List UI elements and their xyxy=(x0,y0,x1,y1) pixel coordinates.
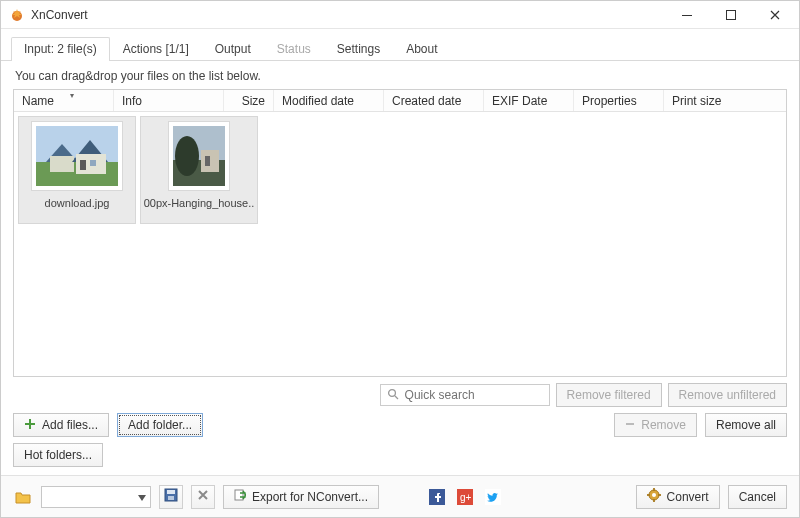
window-buttons xyxy=(665,2,797,28)
preset-select[interactable] xyxy=(41,486,151,508)
col-label: Properties xyxy=(582,94,637,108)
button-label: Cancel xyxy=(739,490,776,504)
svg-rect-23 xyxy=(168,496,174,500)
button-label: Remove xyxy=(641,418,686,432)
thumbnail-caption: download.jpg xyxy=(45,197,110,209)
svg-rect-2 xyxy=(727,10,736,19)
titlebar: XnConvert xyxy=(1,1,799,29)
svg-rect-22 xyxy=(167,490,175,494)
window-title: XnConvert xyxy=(31,8,665,22)
quick-search[interactable] xyxy=(380,384,550,406)
button-label: Export for NConvert... xyxy=(252,490,368,504)
tabs: Input: 2 file(s) Actions [1/1] Output St… xyxy=(1,35,799,61)
col-label: Name xyxy=(22,94,54,108)
button-label: Remove filtered xyxy=(567,388,651,402)
thumbnail-image xyxy=(31,121,123,191)
add-folder-button[interactable]: Add folder... xyxy=(117,413,203,437)
app-icon xyxy=(9,7,25,23)
file-list: Name ▾ Info Size Modified date Created d… xyxy=(13,89,787,377)
thumbnail-area[interactable]: download.jpg 00px-Hanging_house.. xyxy=(14,112,786,376)
col-label: Created date xyxy=(392,94,461,108)
delete-icon xyxy=(197,489,209,504)
svg-rect-24 xyxy=(235,490,243,500)
open-preset-icon[interactable] xyxy=(13,487,33,507)
svg-rect-6 xyxy=(50,156,74,172)
col-label: Print size xyxy=(672,94,721,108)
drag-hint: You can drag&drop your files on the list… xyxy=(1,61,799,89)
minus-icon xyxy=(625,418,635,432)
minimize-button[interactable] xyxy=(665,2,709,28)
svg-rect-1 xyxy=(682,15,692,16)
button-label: Add files... xyxy=(42,418,98,432)
search-row: Remove filtered Remove unfiltered xyxy=(1,377,799,411)
button-label: Convert xyxy=(667,490,709,504)
col-created[interactable]: Created date xyxy=(384,90,484,111)
col-modified[interactable]: Modified date xyxy=(274,90,384,111)
button-label: Add folder... xyxy=(128,418,192,432)
dropdown-icon xyxy=(138,490,146,504)
maximize-button[interactable] xyxy=(709,2,753,28)
svg-rect-19 xyxy=(25,423,35,425)
save-preset-button[interactable] xyxy=(159,485,183,509)
twitter-icon[interactable] xyxy=(483,487,503,507)
tab-label: Settings xyxy=(337,42,380,56)
plus-icon xyxy=(24,418,36,433)
remove-filtered-button[interactable]: Remove filtered xyxy=(556,383,662,407)
tab-status[interactable]: Status xyxy=(264,37,324,61)
convert-button[interactable]: Convert xyxy=(636,485,720,509)
col-size[interactable]: Size xyxy=(224,90,274,111)
col-info[interactable]: Info xyxy=(114,90,224,111)
svg-text:g+: g+ xyxy=(460,492,472,503)
bottom-bar: Export for NConvert... g+ Convert Cancel xyxy=(1,475,799,517)
export-nconvert-button[interactable]: Export for NConvert... xyxy=(223,485,379,509)
close-button[interactable] xyxy=(753,2,797,28)
tab-about[interactable]: About xyxy=(393,37,450,61)
list-item[interactable]: 00px-Hanging_house.. xyxy=(140,116,258,224)
button-label: Remove all xyxy=(716,418,776,432)
col-exif[interactable]: EXIF Date xyxy=(484,90,574,111)
tab-output[interactable]: Output xyxy=(202,37,264,61)
col-properties[interactable]: Properties xyxy=(574,90,664,111)
list-item[interactable]: download.jpg xyxy=(18,116,136,224)
svg-rect-10 xyxy=(90,160,96,166)
social-links: g+ xyxy=(427,487,503,507)
delete-preset-button[interactable] xyxy=(191,485,215,509)
search-icon xyxy=(387,388,399,403)
remove-unfiltered-button[interactable]: Remove unfiltered xyxy=(668,383,787,407)
button-label: Remove unfiltered xyxy=(679,388,776,402)
col-name[interactable]: Name ▾ xyxy=(14,90,114,111)
svg-rect-20 xyxy=(626,423,634,425)
hot-folders-row: Hot folders... xyxy=(1,441,799,475)
add-files-button[interactable]: Add files... xyxy=(13,413,109,437)
tab-actions[interactable]: Actions [1/1] xyxy=(110,37,202,61)
google-plus-icon[interactable]: g+ xyxy=(455,487,475,507)
tab-label: Status xyxy=(277,42,311,56)
svg-point-16 xyxy=(388,389,395,396)
button-label: Hot folders... xyxy=(24,448,92,462)
cancel-button[interactable]: Cancel xyxy=(728,485,787,509)
tab-label: About xyxy=(406,42,437,56)
app-window: XnConvert Input: 2 file(s) Actions [1/1]… xyxy=(0,0,800,518)
hot-folders-button[interactable]: Hot folders... xyxy=(13,443,103,467)
list-header: Name ▾ Info Size Modified date Created d… xyxy=(14,90,786,112)
thumbnail-image xyxy=(168,121,230,191)
tab-settings[interactable]: Settings xyxy=(324,37,393,61)
col-print-size[interactable]: Print size xyxy=(664,90,786,111)
svg-rect-15 xyxy=(205,156,210,166)
svg-point-30 xyxy=(652,493,656,497)
gear-icon xyxy=(647,488,661,505)
remove-all-button[interactable]: Remove all xyxy=(705,413,787,437)
sort-indicator-icon: ▾ xyxy=(70,91,74,100)
save-icon xyxy=(164,488,178,505)
svg-rect-9 xyxy=(80,160,86,170)
remove-button[interactable]: Remove xyxy=(614,413,697,437)
search-input[interactable] xyxy=(403,387,557,403)
svg-line-17 xyxy=(395,396,398,399)
tab-input[interactable]: Input: 2 file(s) xyxy=(11,37,110,61)
col-label: Size xyxy=(242,94,265,108)
export-icon xyxy=(234,489,246,504)
tab-label: Input: 2 file(s) xyxy=(24,42,97,56)
facebook-icon[interactable] xyxy=(427,487,447,507)
tab-label: Actions [1/1] xyxy=(123,42,189,56)
col-label: EXIF Date xyxy=(492,94,547,108)
